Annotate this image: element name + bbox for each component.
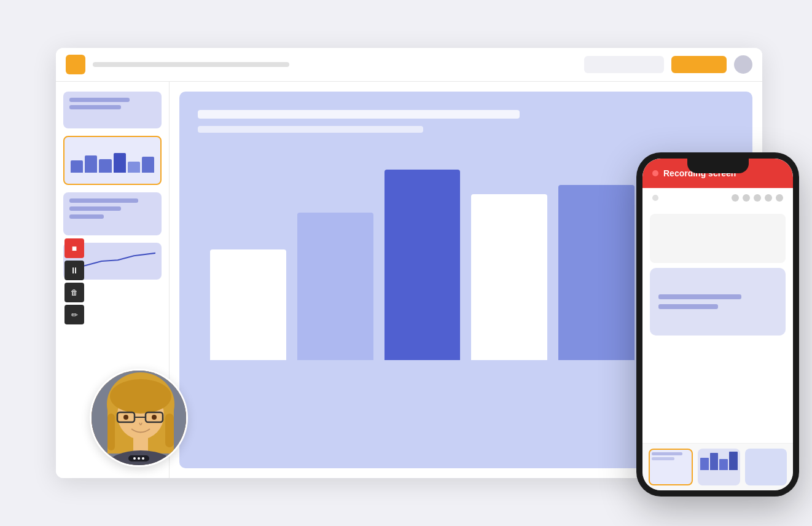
scene: ■ ⏸ 🗑 ✏ [31, 29, 781, 497]
phone-tab-bar-1 [700, 458, 709, 470]
sidebar-card-3-line-1 [69, 198, 138, 203]
toolbar-icons: ■ ⏸ 🗑 ✏ [64, 238, 84, 324]
bar-3a [385, 170, 461, 360]
mini-bar-4 [114, 153, 126, 173]
phone-nav-dot-1[interactable] [652, 195, 658, 201]
phone-nav-dot-4[interactable] [754, 194, 761, 202]
person-svg [92, 371, 188, 467]
mini-bar-5 [128, 162, 140, 173]
sidebar-card-3-line-2 [69, 206, 121, 211]
phone-bottom-tabs [642, 443, 793, 490]
mini-bar-2 [85, 155, 97, 173]
phone-notch [687, 159, 749, 173]
mini-bar-chart [71, 148, 154, 173]
phone-placeholder-area [650, 214, 786, 263]
record-stop-icon: ■ [72, 243, 77, 253]
bar-group-5 [558, 185, 634, 360]
search-bar[interactable] [584, 56, 664, 73]
phone-tab-bar-3 [719, 459, 728, 470]
edit-button[interactable]: ✏ [64, 305, 84, 324]
phone-content [642, 208, 793, 443]
phone-nav-dot-2[interactable] [732, 194, 739, 202]
phone-card-line-2 [658, 304, 718, 309]
pause-button[interactable]: ⏸ [64, 261, 84, 280]
svg-rect-12 [107, 414, 115, 450]
dot-3 [142, 457, 144, 460]
phone-tab-mini-bars [698, 449, 740, 470]
phone-nav-dot-6[interactable] [776, 194, 783, 202]
sidebar-card-1-line-1 [69, 98, 130, 102]
phone-nav-dot-5[interactable] [765, 194, 772, 202]
phone-card-line-1 [658, 294, 741, 299]
user-avatar[interactable] [734, 55, 752, 74]
phone-tab-3[interactable] [745, 449, 787, 485]
record-stop-button[interactable]: ■ [64, 238, 84, 258]
phone-mockup: Recording screen [636, 152, 799, 497]
delete-icon: 🗑 [71, 288, 78, 297]
sidebar-card-1[interactable] [63, 92, 162, 128]
browser-toolbar [56, 48, 762, 82]
svg-point-8 [123, 415, 128, 420]
svg-point-4 [110, 379, 171, 414]
sidebar-card-1-line-2 [69, 105, 121, 109]
bar-1a [210, 249, 286, 360]
pause-icon: ⏸ [70, 265, 79, 275]
phone-tab-1-active[interactable] [649, 449, 693, 485]
bar-group-1 [210, 249, 286, 360]
bar-group-2 [297, 213, 373, 360]
bar-group-4 [471, 194, 547, 360]
phone-tab-bar-4 [729, 452, 738, 470]
dot-2 [138, 457, 140, 460]
bar-4a [471, 194, 547, 360]
phone-nav-dot-3[interactable] [743, 194, 750, 202]
webcam-avatar[interactable] [90, 369, 188, 467]
bar-2a [297, 213, 373, 360]
nav-bar [93, 62, 289, 67]
phone-card-main[interactable] [650, 268, 786, 336]
mini-bar-3 [99, 159, 111, 173]
person-image [92, 371, 186, 465]
phone-screen: Recording screen [642, 159, 793, 490]
sidebar-card-3-line-3 [69, 214, 104, 219]
phone-tab-2[interactable] [698, 449, 740, 485]
sidebar-card-3[interactable] [63, 192, 162, 235]
sidebar-card-2-active[interactable] [63, 136, 162, 185]
chart-title-bar [198, 110, 520, 119]
mini-bar-1 [71, 160, 83, 173]
edit-icon: ✏ [71, 310, 78, 320]
recording-indicator-dot [652, 170, 658, 176]
svg-point-9 [152, 415, 157, 420]
phone-nav-dots [642, 188, 793, 208]
app-logo [66, 55, 85, 74]
bar-group-3 [385, 170, 461, 360]
dot-1 [133, 457, 136, 460]
cta-button[interactable] [671, 56, 727, 73]
delete-button[interactable]: 🗑 [64, 283, 84, 302]
mini-bar-6 [142, 157, 154, 173]
phone-tab-bar-2 [710, 453, 719, 470]
avatar-menu-dots[interactable] [128, 455, 149, 461]
chart-subtitle-bar [198, 126, 423, 133]
bar-5a [558, 185, 634, 360]
svg-rect-13 [165, 414, 174, 447]
